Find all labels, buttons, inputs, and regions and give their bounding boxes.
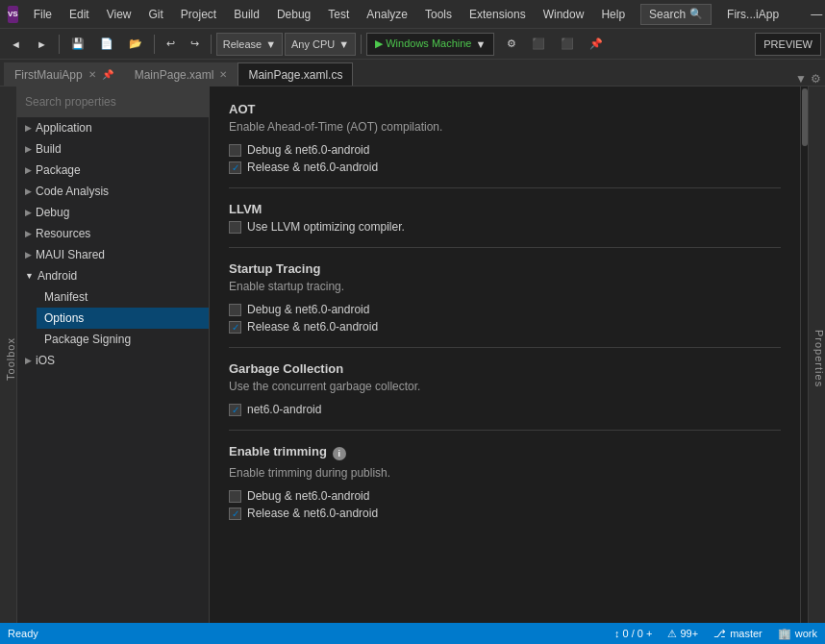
window-title: Firs...iApp [727,8,779,21]
new-file-button[interactable]: 📄 [93,33,120,56]
search-bar[interactable]: Search 🔍 [640,4,712,25]
menu-analyze[interactable]: Analyze [359,6,415,23]
toolbox-label: Toolbox [5,337,16,381]
android-subtree: Manifest Options Package Signing [17,286,209,350]
main-layout: Toolbox ▶ Application ▶ Build ▶ Package … [0,87,825,623]
aot-release-label: Release & net6.0-android [247,161,378,174]
sidebar-item-ios[interactable]: ▶ iOS [17,350,209,371]
platform-label: Any CPU [291,38,335,50]
sidebar-item-android[interactable]: ▼ Android [17,265,209,286]
sidebar-label-debug: Debug [36,206,69,219]
tabs-overflow-button[interactable]: ▼ [795,72,807,86]
sidebar-item-code-analysis[interactable]: ▶ Code Analysis [17,181,209,202]
trimming-desc: Enable trimming during publish. [229,466,781,480]
sidebar-label-android: Android [38,269,77,283]
chevron-icon: ▶ [25,229,32,238]
menu-help[interactable]: Help [593,6,633,23]
tabs-settings-button[interactable]: ⚙ [811,72,821,86]
trim-release-row: Release & net6.0-android [229,507,781,520]
menu-file[interactable]: File [26,6,60,23]
scrollbar-thumb[interactable] [802,88,808,146]
menu-test[interactable]: Test [320,6,357,23]
tab-mainpage-xaml[interactable]: MainPage.xaml ✕ [124,62,238,86]
menu-window[interactable]: Window [536,6,592,23]
sidebar-item-package-signing[interactable]: Package Signing [37,329,209,350]
sidebar-label-build: Build [36,142,62,156]
search-icon: 🔍 [689,8,703,20]
save-button[interactable]: 💾 [64,33,91,56]
trim-release-checkbox[interactable] [229,508,241,520]
properties-strip[interactable]: Properties [808,87,825,623]
gc-desc: Use the concurrent garbage collector. [229,380,781,393]
sidebar-item-resources[interactable]: ▶ Resources [17,223,209,244]
repo-text: work [795,628,817,639]
menu-debug[interactable]: Debug [269,6,318,23]
sidebar-item-application[interactable]: ▶ Application [17,117,209,138]
branch-icon: ⎇ [713,628,726,640]
nav-back-button[interactable]: ◄ [4,33,28,56]
toolbox-strip[interactable]: Toolbox [0,87,17,623]
aot-release-checkbox[interactable] [229,161,241,174]
sidebar-item-manifest[interactable]: Manifest [37,286,209,308]
gc-title: Garbage Collection [229,361,781,376]
status-errors[interactable]: ⚠ 99+ [667,628,698,640]
menu-git[interactable]: Git [141,6,171,23]
tab-mainpage-cs[interactable]: MainPage.xaml.cs [238,62,353,86]
scrollbar[interactable] [800,87,808,623]
menu-tools[interactable]: Tools [417,6,460,23]
toolbar-extra-btn-4[interactable]: 📌 [583,33,610,56]
menu-build[interactable]: Build [226,6,267,23]
st-release-checkbox[interactable] [229,321,241,334]
toolbar-extra-btn-1[interactable]: ⚙ [500,33,523,56]
aot-debug-checkbox[interactable] [229,144,241,157]
undo-button[interactable]: ↩ [160,33,182,56]
gc-net6-label: net6.0-android [247,403,321,416]
st-debug-checkbox[interactable] [229,304,241,316]
sidebar-item-build[interactable]: ▶ Build [17,138,209,160]
chevron-icon: ▶ [25,144,32,154]
redo-button[interactable]: ↪ [184,33,206,56]
menu-project[interactable]: Project [173,6,224,23]
minimize-button[interactable]: — [794,0,825,29]
divider-2 [229,247,781,248]
nav-forward-button[interactable]: ► [30,33,54,56]
open-button[interactable]: 📂 [122,33,149,56]
menu-view[interactable]: View [99,6,139,23]
sidebar-item-options[interactable]: Options [37,308,209,329]
llvm-checkbox[interactable] [229,221,241,234]
status-repo[interactable]: 🏢 work [778,628,817,640]
gc-net6-checkbox[interactable] [229,404,241,416]
separator-4 [361,35,362,54]
menu-edit[interactable]: Edit [62,6,97,23]
chevron-icon: ▶ [25,165,32,175]
sidebar-label-options: Options [44,311,84,325]
search-properties-input[interactable] [17,87,209,117]
toolbar-extra-btn-3[interactable]: ⬛ [554,33,581,56]
trim-debug-checkbox[interactable] [229,490,241,503]
aot-debug-label: Debug & net6.0-android [247,143,369,157]
config-label: Release [223,38,262,50]
tab-close-firstmauiapp[interactable]: ✕ [88,69,96,80]
sidebar-item-debug[interactable]: ▶ Debug [17,202,209,223]
sidebar-item-package[interactable]: ▶ Package [17,160,209,181]
st-desc: Enable startup tracing. [229,280,781,293]
sidebar-label-manifest: Manifest [44,290,88,304]
config-chevron-icon: ▼ [265,38,276,50]
sidebar-item-maui-shared[interactable]: ▶ MAUI Shared [17,244,209,265]
tab-firstmauiapp[interactable]: FirstMauiApp ✕ 📌 [4,62,124,86]
status-source-control[interactable]: ↕ 0 / 0 + [614,628,652,639]
preview-button[interactable]: PREVIEW [755,33,821,56]
status-branch[interactable]: ⎇ master [713,628,762,640]
sidebar-label-code-analysis: Code Analysis [36,185,109,198]
config-dropdown[interactable]: Release ▼ [216,33,283,56]
platform-dropdown[interactable]: Any CPU ▼ [285,33,356,56]
menu-extensions[interactable]: Extensions [462,6,534,23]
tab-close-mainpage[interactable]: ✕ [219,69,227,80]
run-button[interactable]: ▶ Windows Machine ▼ [366,33,494,56]
aot-title: AOT [229,102,781,116]
trimming-info-icon[interactable]: i [333,447,346,460]
toolbar: ◄ ► 💾 📄 📂 ↩ ↪ Release ▼ Any CPU ▼ ▶ Wind… [0,29,825,60]
aot-desc: Enable Ahead-of-Time (AOT) compilation. [229,120,781,134]
tab-pin-icon[interactable]: 📌 [102,69,113,80]
toolbar-extra-btn-2[interactable]: ⬛ [525,33,552,56]
